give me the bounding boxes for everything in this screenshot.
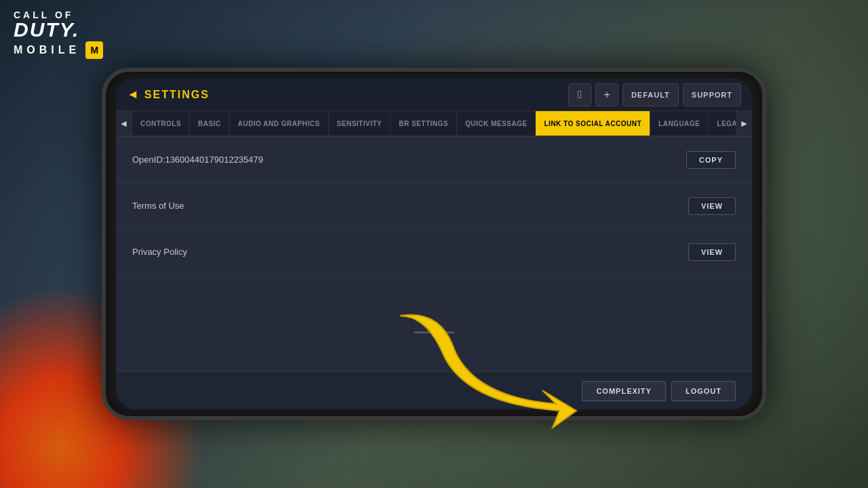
apple-icon: 	[578, 89, 582, 101]
tab-link-social[interactable]: LINK TO SOCIAL ACCOUNT	[536, 111, 650, 136]
back-icon[interactable]: ◄	[127, 87, 139, 102]
open-id-row: OpenID:13600440179012235479 COPY	[116, 137, 752, 183]
phone-frame: ◄ SETTINGS  + DEFAULT SUPPORT ◄	[102, 68, 766, 420]
tab-controls[interactable]: CONTROLS	[132, 111, 190, 136]
phone-screen: ◄ SETTINGS  + DEFAULT SUPPORT ◄	[116, 79, 752, 409]
tabs-container: CONTROLS BASIC AUDIO AND GRAPHICS SENSIT…	[132, 111, 736, 136]
settings-content: OpenID:13600440179012235479 COPY Terms o…	[116, 137, 752, 371]
settings-title: SETTINGS	[144, 89, 210, 101]
tab-br-settings[interactable]: BR SETTINGS	[391, 111, 457, 136]
privacy-policy-label: Privacy Policy	[132, 247, 187, 257]
settings-bottom: COMPLEXITY LOGOUT	[116, 371, 752, 409]
tab-legal[interactable]: LEGAL AND P	[709, 111, 736, 136]
privacy-policy-row: Privacy Policy VIEW	[116, 229, 752, 275]
privacy-view-button[interactable]: VIEW	[688, 243, 736, 261]
apple-button[interactable]: 	[568, 83, 591, 106]
default-button[interactable]: DEFAULT	[623, 83, 679, 106]
settings-title-area: ◄ SETTINGS	[127, 87, 210, 102]
terms-of-use-row: Terms of Use VIEW	[116, 183, 752, 229]
logo-mobile-icon: M	[85, 41, 103, 59]
header-right-controls:  + DEFAULT SUPPORT	[568, 83, 741, 106]
tab-nav-left[interactable]: ◄	[116, 111, 132, 136]
logout-button[interactable]: LOGOUT	[671, 381, 736, 401]
logo-duty: DUTY.	[14, 20, 103, 40]
tab-bar: ◄ CONTROLS BASIC AUDIO AND GRAPHICS SENS…	[116, 111, 752, 137]
scroll-indicator	[414, 331, 454, 333]
plus-icon: +	[604, 89, 610, 101]
open-id-label: OpenID:13600440179012235479	[132, 155, 263, 165]
logo-mobile-text: MOBILE	[14, 45, 80, 56]
tab-quick-message[interactable]: QUICK MESSAGE	[457, 111, 536, 136]
complexity-button[interactable]: COMPLEXITY	[582, 381, 666, 401]
terms-view-button[interactable]: VIEW	[688, 197, 736, 215]
tab-audio-graphics[interactable]: AUDIO AND GRAPHICS	[230, 111, 329, 136]
copy-button[interactable]: COPY	[686, 151, 736, 169]
terms-of-use-label: Terms of Use	[132, 201, 184, 211]
settings-header: ◄ SETTINGS  + DEFAULT SUPPORT	[116, 79, 752, 111]
tab-nav-right[interactable]: ►	[736, 111, 752, 136]
plus-button[interactable]: +	[595, 83, 618, 106]
cod-logo: CALL OF DUTY. MOBILE M	[14, 10, 103, 59]
settings-ui: ◄ SETTINGS  + DEFAULT SUPPORT ◄	[116, 79, 752, 409]
support-button[interactable]: SUPPORT	[683, 83, 741, 106]
tab-language[interactable]: LANGUAGE	[650, 111, 709, 136]
tab-sensitivity[interactable]: SENSITIVITY	[329, 111, 391, 136]
tab-basic[interactable]: BASIC	[190, 111, 230, 136]
logo-mobile-row: MOBILE M	[14, 41, 103, 59]
